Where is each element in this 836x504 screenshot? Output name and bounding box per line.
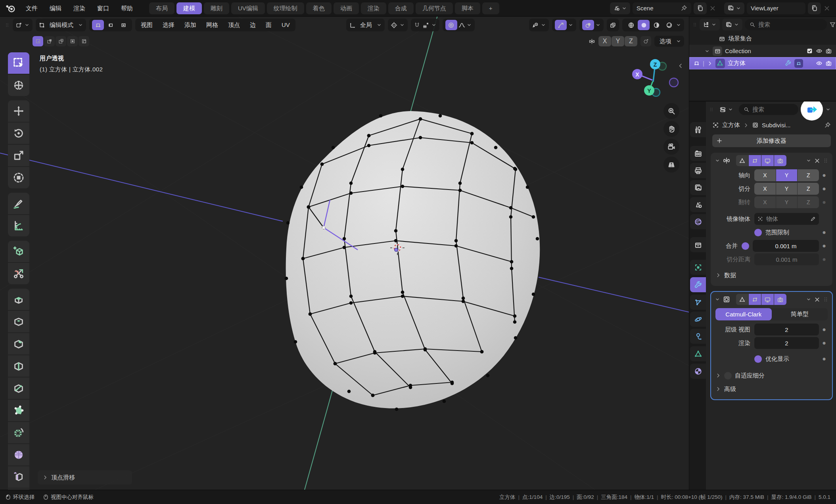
operator-redo-panel[interactable]: 顶点滑移 xyxy=(38,470,132,485)
proportional-connected-button[interactable] xyxy=(640,36,651,46)
properties-tab[interactable] xyxy=(690,295,706,310)
drag-handle-icon[interactable] xyxy=(823,158,828,163)
viewport-menu-item[interactable]: 视图 xyxy=(136,20,157,30)
vertex-select-button[interactable] xyxy=(92,20,104,30)
tool-button[interactable] xyxy=(8,311,29,332)
viewlayer-name-field[interactable]: ViewLayer xyxy=(747,2,805,14)
animate-dot[interactable]: ● xyxy=(819,172,829,179)
close-icon[interactable] xyxy=(814,157,821,164)
adaptive-subpanel-header[interactable]: 自适应细分 xyxy=(711,369,832,382)
workspace-tab[interactable]: 几何节点 xyxy=(416,2,453,14)
animate-dot[interactable]: ● xyxy=(819,229,829,236)
animate-dot[interactable]: ● xyxy=(819,339,829,347)
menu-item[interactable]: 窗口 xyxy=(91,2,115,14)
workspace-tab[interactable]: 纹理绘制 xyxy=(267,2,304,14)
workspace-tab[interactable]: UV编辑 xyxy=(231,2,265,14)
scene-unlink-icon[interactable] xyxy=(709,5,716,12)
tool-button[interactable] xyxy=(8,263,29,284)
tool-button[interactable] xyxy=(8,355,29,377)
viewport-menu-item[interactable]: 网格 xyxy=(202,20,222,30)
axis-button[interactable]: X xyxy=(754,183,776,195)
properties-tab[interactable] xyxy=(690,364,706,379)
shading-rendered-button[interactable] xyxy=(663,20,675,30)
axis-button[interactable]: X xyxy=(754,169,776,181)
viewport-menu-item[interactable]: UV xyxy=(277,20,294,30)
workspace-tab[interactable]: 建模 xyxy=(176,2,202,14)
properties-tab[interactable] xyxy=(690,237,706,252)
viewport-menu-item[interactable]: 选择 xyxy=(158,20,179,30)
options-dropdown[interactable]: 选项 xyxy=(654,36,684,47)
mirror-object-field[interactable]: 物体 xyxy=(754,213,819,225)
properties-tab[interactable] xyxy=(690,214,706,229)
levels-render-field[interactable]: 2 xyxy=(754,337,819,349)
menu-item[interactable]: 编辑 xyxy=(44,2,67,14)
menu-item[interactable]: 文件 xyxy=(20,2,44,14)
filter-icon[interactable] xyxy=(829,21,836,28)
zoom-button[interactable] xyxy=(663,103,679,119)
shading-solid-button[interactable] xyxy=(638,20,650,30)
simple-option[interactable]: 简单型 xyxy=(772,308,828,320)
outliner-row-scene-collection[interactable]: 场景集合 xyxy=(689,33,836,45)
tool-button[interactable] xyxy=(8,422,29,443)
tool-button[interactable] xyxy=(8,75,29,96)
gizmo-axis-neg-x[interactable] xyxy=(669,78,678,87)
axis-button[interactable]: Y xyxy=(776,183,798,195)
merge-checkbox[interactable] xyxy=(742,242,749,250)
camera-render-icon[interactable] xyxy=(825,48,832,54)
extras-icon[interactable] xyxy=(806,158,811,163)
viewport-menu-item[interactable]: 添加 xyxy=(180,20,201,30)
blender-logo-icon[interactable] xyxy=(6,3,16,13)
tool-button[interactable] xyxy=(8,241,29,262)
properties-tab[interactable] xyxy=(690,312,706,327)
workspace-tab[interactable]: 渲染 xyxy=(361,2,386,14)
clipping-checkbox[interactable] xyxy=(754,229,762,236)
pivot-point-button[interactable] xyxy=(388,19,408,31)
select-mode-extend-button[interactable] xyxy=(44,36,55,46)
tool-button[interactable] xyxy=(8,333,29,355)
shading-material-button[interactable] xyxy=(650,20,662,30)
wrench-icon[interactable] xyxy=(785,60,792,67)
properties-tab[interactable] xyxy=(690,163,706,178)
falloff-curve-icon[interactable] xyxy=(458,22,465,29)
close-icon[interactable] xyxy=(814,296,821,303)
select-mode-intersect-button[interactable] xyxy=(79,36,89,46)
adaptive-checkbox[interactable] xyxy=(724,372,732,379)
display-toggle-button[interactable] xyxy=(749,294,761,305)
menu-item[interactable]: 帮助 xyxy=(115,2,139,14)
extras-icon[interactable] xyxy=(806,297,811,302)
viewport-menu-item[interactable]: 顶点 xyxy=(224,20,244,30)
viewport-3d[interactable]: Z X Y 编辑模式 视图选择添加网格顶点边面UV 全局 xyxy=(0,17,689,490)
tool-button[interactable] xyxy=(8,444,29,466)
pin-icon[interactable] xyxy=(824,122,831,128)
axis-button[interactable]: Z xyxy=(798,183,819,195)
outliner-row-collection[interactable]: Collection xyxy=(689,45,836,57)
catmull-clark-option[interactable]: Catmull-Clark xyxy=(715,308,772,320)
display-toggle-button[interactable] xyxy=(774,155,786,166)
snap-magnet-icon[interactable] xyxy=(414,22,420,29)
levels-viewport-field[interactable]: 2 xyxy=(754,324,819,335)
menu-item[interactable]: 渲染 xyxy=(67,2,91,14)
tool-button[interactable] xyxy=(8,145,29,166)
modifier-badge[interactable] xyxy=(794,59,803,68)
tool-button[interactable] xyxy=(8,193,29,214)
breadcrumb-modifier[interactable]: Subdivisi... xyxy=(762,122,791,128)
data-subpanel-header[interactable]: 数据 xyxy=(711,268,832,282)
chevron-right-icon[interactable] xyxy=(707,61,713,66)
drag-handle-icon[interactable] xyxy=(709,104,714,115)
proportional-edit-button[interactable] xyxy=(445,20,457,30)
workspace-tab[interactable]: 动画 xyxy=(334,2,359,14)
scene-duplicate-button[interactable] xyxy=(694,2,707,14)
outliner-display-mode-button[interactable] xyxy=(722,19,742,31)
gizmos-toggle-button[interactable] xyxy=(555,20,567,30)
properties-tab[interactable] xyxy=(690,346,706,361)
eye-icon[interactable] xyxy=(816,60,823,67)
axis-button[interactable]: Y xyxy=(776,169,798,181)
display-toggle-button[interactable] xyxy=(736,155,748,166)
expand-icon[interactable] xyxy=(715,158,720,163)
display-toggle-button[interactable] xyxy=(736,294,748,305)
animate-dot[interactable]: ● xyxy=(819,242,829,249)
workspace-tab[interactable]: + xyxy=(482,2,499,14)
shading-wireframe-button[interactable] xyxy=(625,20,637,30)
breadcrumb-object[interactable]: 立方体 xyxy=(722,121,740,129)
camera-view-button[interactable] xyxy=(663,139,679,155)
